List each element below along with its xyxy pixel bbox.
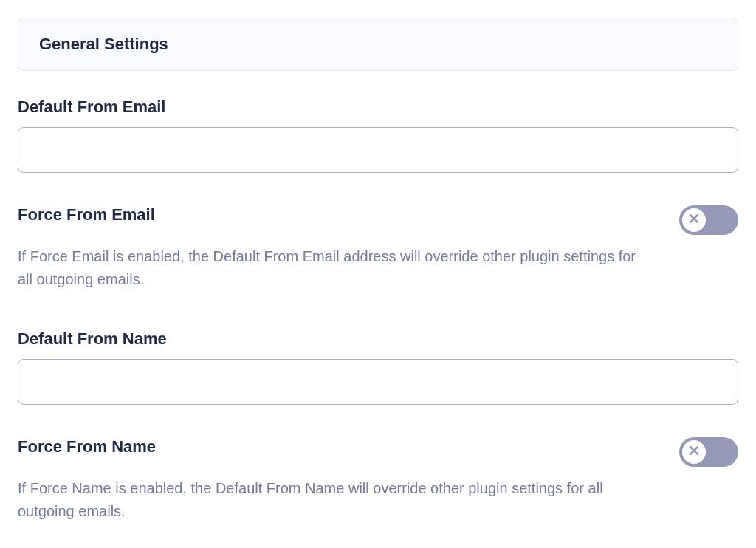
toggle-knob [682, 440, 706, 464]
force-from-name-row: Force From Name [18, 437, 738, 467]
force-from-email-label: Force From Email [18, 205, 155, 225]
default-from-email-label: Default From Email [18, 97, 738, 117]
force-from-name-label: Force From Name [18, 437, 156, 456]
force-from-email-row: Force From Email [18, 205, 738, 235]
field-default-from-email: Default From Email [18, 97, 738, 173]
force-from-email-toggle[interactable] [679, 205, 738, 235]
force-from-name-toggle[interactable] [679, 437, 738, 467]
force-from-name-help: If Force Name is enabled, the Default Fr… [18, 477, 645, 523]
default-from-name-input[interactable] [18, 359, 738, 405]
force-from-email-help: If Force Email is enabled, the Default F… [18, 245, 645, 291]
default-from-name-label: Default From Name [18, 329, 738, 349]
section-title: General Settings [39, 35, 717, 54]
section-header: General Settings [18, 18, 738, 71]
close-icon [689, 213, 699, 227]
close-icon [689, 445, 699, 459]
default-from-email-input[interactable] [18, 127, 738, 173]
field-default-from-name: Default From Name [18, 329, 738, 405]
field-force-from-name: Force From Name If Force Name is enabled… [18, 437, 738, 523]
toggle-knob [682, 208, 706, 232]
field-force-from-email: Force From Email If Force Email is enabl… [18, 205, 738, 291]
